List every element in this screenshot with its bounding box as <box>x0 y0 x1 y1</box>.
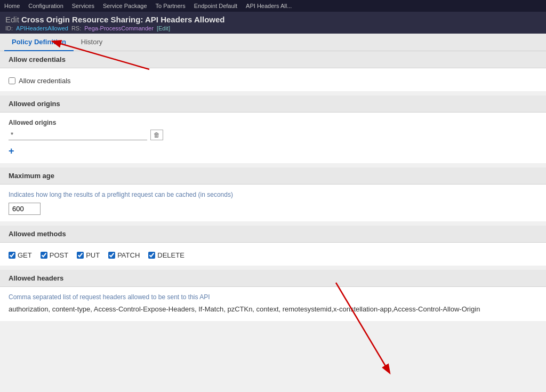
rs-label: RS: <box>71 25 81 31</box>
method-put-checkbox[interactable] <box>77 252 84 259</box>
maximum-age-body: Indicates how long the results of a pref… <box>0 185 546 221</box>
allow-credentials-header: Allow credentials <box>0 51 546 68</box>
method-patch-label: PATCH <box>117 251 140 259</box>
method-get-checkbox[interactable] <box>9 252 15 259</box>
maximum-age-input[interactable] <box>9 203 41 215</box>
nav-configuration[interactable]: Configuration <box>28 3 63 9</box>
title-bar: Edit Cross Origin Resource Sharing: API … <box>0 12 546 34</box>
top-nav: Home Configuration Services Service Pack… <box>0 0 546 12</box>
tab-policy-definition[interactable]: Policy Definition <box>4 34 74 51</box>
id-value: APIHeadersAllowed <box>16 25 68 31</box>
nav-endpoint-default[interactable]: Endpoint Default <box>194 3 237 9</box>
section-allowed-headers: Allowed headers Comma separated list of … <box>0 270 546 321</box>
allowed-headers-description: Comma separated list of request headers … <box>9 293 537 301</box>
section-maximum-age: Maximum age Indicates how long the resul… <box>0 167 546 221</box>
method-delete-label: DELETE <box>157 251 184 259</box>
method-patch-checkbox[interactable] <box>108 252 115 259</box>
section-allowed-methods: Allowed methods GET POST PUT <box>0 226 546 266</box>
origin-row-1: 🗑 <box>9 130 537 140</box>
nav-api-headers[interactable]: API Headers All... <box>246 3 292 9</box>
methods-row: GET POST PUT PATCH <box>9 251 537 259</box>
rs-value: Pega-ProcessCommander <box>84 25 154 31</box>
allowed-headers-body: Comma separated list of request headers … <box>0 287 546 321</box>
allowed-methods-header: Allowed methods <box>0 226 546 243</box>
page-wrapper: Home Configuration Services Service Pack… <box>0 0 546 392</box>
section-allowed-origins: Allowed origins Allowed origins 🗑 + <box>0 95 546 163</box>
main-content: Allow credentials Allow credentials Allo… <box>0 51 546 321</box>
allowed-origins-body: Allowed origins 🗑 + <box>0 113 546 163</box>
nav-services[interactable]: Services <box>72 3 94 9</box>
method-delete-checkbox[interactable] <box>148 252 155 259</box>
title-line: Edit Cross Origin Resource Sharing: API … <box>5 15 541 24</box>
method-get-label: GET <box>18 251 32 259</box>
method-delete[interactable]: DELETE <box>148 251 184 259</box>
allow-credentials-label: Allow credentials <box>19 77 71 85</box>
nav-to-partners[interactable]: To Partners <box>156 3 186 9</box>
method-put[interactable]: PUT <box>77 251 100 259</box>
origin-input-1[interactable] <box>9 130 147 140</box>
tabs-bar: Policy Definition History <box>0 34 546 51</box>
method-get[interactable]: GET <box>9 251 32 259</box>
edit-label: Edit <box>5 15 19 24</box>
allowed-origins-header: Allowed origins <box>0 95 546 113</box>
method-post-label: POST <box>50 251 68 259</box>
allow-credentials-body: Allow credentials <box>0 68 546 91</box>
delete-origin-button-1[interactable]: 🗑 <box>150 130 163 140</box>
edit-link[interactable]: [Edit] <box>157 25 170 31</box>
maximum-age-header: Maximum age <box>0 167 546 185</box>
method-patch[interactable]: PATCH <box>108 251 140 259</box>
section-allow-credentials: Allow credentials Allow credentials <box>0 51 546 91</box>
method-post[interactable]: POST <box>41 251 68 259</box>
tab-history[interactable]: History <box>74 34 110 51</box>
allow-credentials-row[interactable]: Allow credentials <box>9 77 537 85</box>
maximum-age-description: Indicates how long the results of a pref… <box>9 191 537 198</box>
nav-home[interactable]: Home <box>4 3 20 9</box>
meta-line: ID: APIHeadersAllowed RS: Pega-ProcessCo… <box>5 25 541 31</box>
add-origin-button[interactable]: + <box>9 146 14 157</box>
origins-field-label: Allowed origins <box>9 119 537 126</box>
nav-service-package[interactable]: Service Package <box>103 3 147 9</box>
page-title: Cross Origin Resource Sharing: API Heade… <box>21 15 224 24</box>
id-label: ID: <box>5 25 13 31</box>
allowed-headers-header: Allowed headers <box>0 270 546 287</box>
method-post-checkbox[interactable] <box>41 252 47 259</box>
allowed-methods-body: GET POST PUT PATCH <box>0 243 546 266</box>
method-put-label: PUT <box>86 251 100 259</box>
allowed-headers-value: authorization, content-type, Access-Cont… <box>9 304 537 315</box>
allow-credentials-checkbox[interactable] <box>9 77 15 84</box>
